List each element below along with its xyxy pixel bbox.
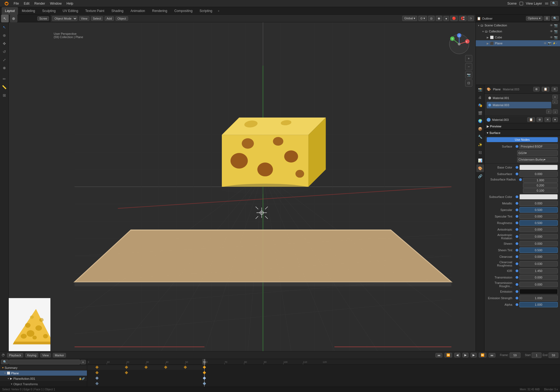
transmission-roughness-value[interactable]: 0.000 — [519, 282, 558, 287]
outliner-item-scene-collection[interactable]: ▾ 🗂 Scene Collection 👁 📷 — [476, 22, 560, 28]
camera-icon-cube[interactable]: 📷 — [554, 36, 558, 39]
remove-material-slot-btn[interactable]: - — [552, 100, 558, 104]
camera-view-btn[interactable]: 📷 — [465, 71, 472, 78]
roughness-value[interactable]: 0.500 — [519, 220, 558, 226]
world-props-tab[interactable]: 🌍 — [476, 117, 484, 125]
summary-expand[interactable]: ▾ — [2, 366, 4, 369]
options-button[interactable]: Options ▾ — [526, 16, 543, 21]
action-expand[interactable]: ▾ — [8, 377, 9, 380]
surface-type-value[interactable]: Principled BSDF — [519, 144, 558, 149]
specular-value[interactable]: 0.500 — [519, 207, 558, 213]
track-summary[interactable]: ▾ Summary — [0, 365, 87, 370]
tab-modeling[interactable]: Modeling — [19, 7, 38, 15]
clearcoat-value[interactable]: 0.000 — [519, 254, 558, 259]
select-menu[interactable]: Select — [91, 16, 103, 21]
search-button[interactable]: 🔍 — [550, 1, 558, 6]
use-nodes-btn[interactable]: Use Nodes — [487, 137, 558, 142]
cursor-tool-btn[interactable]: ⊕ — [1, 32, 8, 39]
tab-shading[interactable]: Shading — [108, 7, 127, 15]
plane-track-expand[interactable]: ▾ — [4, 372, 6, 375]
global-local-toggle[interactable]: Global ▾ — [402, 16, 417, 21]
viewport-shading-material[interactable]: ● — [443, 16, 449, 21]
next-frame-btn[interactable]: ▶ — [471, 353, 477, 357]
navigation-gizmo[interactable]: X Y Z — [448, 33, 470, 55]
keying-menu[interactable]: Keying — [25, 353, 38, 357]
surface-section-header[interactable]: ▾ Surface — [485, 130, 560, 136]
outliner-item-plane[interactable]: ▶ ⬛ Plane 👁 📷 ⚡✓ — [476, 40, 560, 46]
marker-menu[interactable]: Marker — [53, 353, 66, 357]
visibility-icon-cube[interactable]: 👁 — [550, 36, 553, 39]
tab-texture-paint[interactable]: Texture Paint — [82, 7, 108, 15]
subsurface-value[interactable]: 0.000 — [519, 171, 558, 177]
subsurface-method-value[interactable]: Christensen-Burley ▾ — [517, 157, 558, 162]
mode-selector[interactable]: Object Mode — [52, 16, 77, 21]
ss-radius-z[interactable]: 0.100 — [523, 188, 558, 193]
anisotropic-rotation-value[interactable]: 0.000 — [519, 234, 558, 239]
snap-toggle[interactable]: 🧲 — [459, 16, 467, 21]
xray-toggle[interactable]: ◎ — [428, 16, 435, 21]
selector-tool[interactable]: ↖ — [1, 15, 9, 22]
particles-props-tab[interactable]: ✨ — [476, 141, 484, 148]
modifier-props-tab[interactable]: 🔧 — [476, 133, 484, 140]
prev-frame-btn[interactable]: ◀ — [454, 353, 460, 357]
transforms-expand[interactable]: ▾ — [11, 382, 12, 385]
zoom-out-btn[interactable]: − — [465, 63, 472, 70]
measure-tool-btn[interactable]: 📏 — [1, 83, 8, 91]
jump-start-btn[interactable]: ⏮ — [435, 353, 442, 357]
view-timeline-menu[interactable]: View — [40, 353, 51, 357]
visibility-icon-collection[interactable]: 👁 — [550, 30, 553, 33]
specular-tint-value[interactable]: 0.000 — [519, 214, 558, 219]
search-outliner-btn[interactable]: 🔍 — [551, 16, 559, 21]
scene-props-tab[interactable]: 🎬 — [476, 109, 484, 117]
outliner-item-collection[interactable]: ▾ 🗂 Collection 👁 📷 — [476, 28, 560, 34]
timeline-search-input[interactable] — [9, 360, 80, 365]
camera-icon-collection[interactable]: 📷 — [554, 30, 558, 33]
add-object-btn[interactable]: ⊞ — [1, 91, 8, 99]
distribution-value[interactable]: GGX ▾ — [517, 150, 558, 156]
view-layer-props-tab[interactable]: 🎭 — [476, 101, 484, 109]
mat-options-btn[interactable]: ▾ — [552, 117, 558, 122]
viewport[interactable]: Object Mode View Select Add Object Globa… — [50, 15, 476, 351]
timeline-area[interactable]: 0 10 20 30 40 50 — [87, 359, 560, 387]
end-frame-input[interactable]: 59 — [549, 353, 558, 358]
clearcoat-roughness-value[interactable]: 0.030 — [519, 261, 558, 267]
object-props-tab[interactable]: 📦 — [476, 125, 484, 133]
rotate-tool-btn[interactable]: ↺ — [1, 48, 8, 56]
object-menu[interactable]: Object — [116, 16, 128, 21]
move-mat-down-btn[interactable]: ↓ — [553, 109, 558, 114]
material-props-tab[interactable]: 🎨 — [476, 164, 484, 172]
prev-keyframe-btn[interactable]: ⏪ — [444, 353, 452, 357]
viewport-shading-solid[interactable]: ◉ — [436, 16, 442, 21]
playback-menu[interactable]: Playback — [7, 353, 23, 357]
overlay-toggle[interactable]: ⊙ ▾ — [418, 16, 427, 21]
menu-edit[interactable]: Edit — [22, 1, 32, 6]
ior-value[interactable]: 1.450 — [519, 268, 558, 274]
emission-swatch[interactable] — [519, 289, 558, 294]
menu-file[interactable]: File — [11, 1, 21, 6]
tab-sculpting[interactable]: Sculpting — [39, 7, 59, 15]
sheen-tint-value[interactable]: 0.500 — [519, 247, 558, 253]
track-object-transforms[interactable]: ▾ Object Transforms — [0, 381, 87, 387]
move-mat-up-btn[interactable]: ↑ — [546, 109, 552, 114]
menu-help[interactable]: Help — [64, 1, 75, 6]
tab-rendering[interactable]: Rendering — [149, 7, 170, 15]
alpha-value[interactable]: 1.000 — [519, 302, 558, 307]
cursor-tool[interactable]: ⊕ — [10, 15, 17, 22]
anisotropic-value[interactable]: 0.000 — [519, 227, 558, 232]
tab-scripting[interactable]: Scripting — [196, 7, 216, 15]
track-plane-action[interactable]: ▾ ▶ PlaneAction.001 🔒🔗 — [0, 376, 87, 381]
view-menu[interactable]: View — [79, 16, 89, 21]
shader-node-props-tab[interactable]: 🔗 — [476, 172, 484, 180]
proportional-edit[interactable]: ⊃ — [468, 16, 474, 21]
new-material-btn[interactable]: 📋 — [542, 87, 549, 91]
ss-radius-x[interactable]: 1.000 — [523, 178, 558, 183]
menu-blender[interactable] — [2, 1, 11, 6]
preview-section-header[interactable]: ▶ Preview — [485, 123, 560, 130]
outliner-item-cube[interactable]: ▶ ⬜ Cube 👁 📷 — [476, 34, 560, 40]
visibility-icon-scene[interactable]: 👁 — [550, 24, 553, 27]
delete-material-btn[interactable]: ✕ — [552, 87, 558, 91]
start-frame-input[interactable]: 1 — [532, 353, 541, 358]
material-item-003[interactable]: Material.003 — [487, 102, 551, 108]
data-props-tab[interactable]: 📊 — [476, 157, 484, 164]
select-tool-btn[interactable]: ↖ — [1, 23, 8, 31]
